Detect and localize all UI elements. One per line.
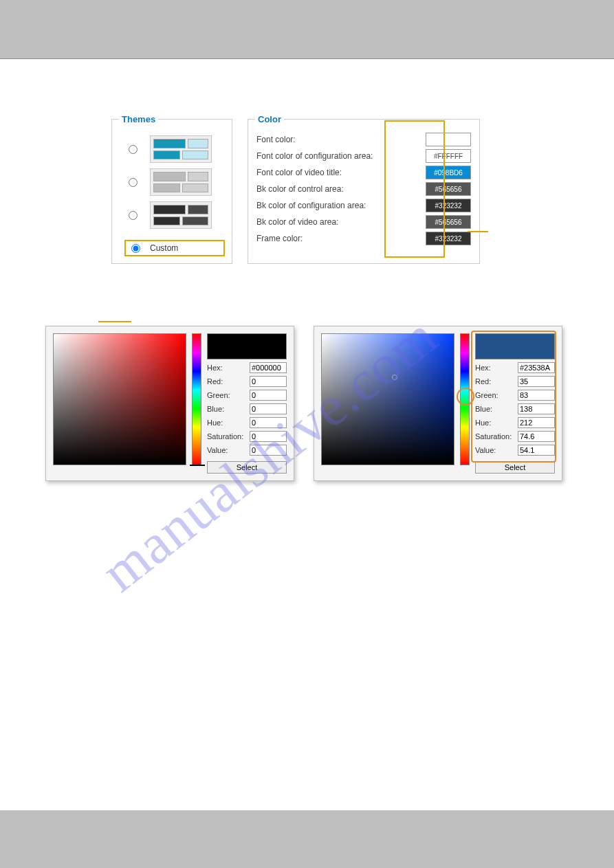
thumb-block — [153, 216, 180, 226]
value-input[interactable] — [518, 445, 555, 456]
green-label: Green: — [475, 391, 498, 399]
hex-label: Hex: — [475, 364, 491, 372]
thumb-block — [153, 151, 180, 160]
theme-thumb-blue — [150, 135, 212, 163]
color-row-font-video-title: Font color of video title: #098BD6 — [255, 166, 472, 179]
hex-label: Hex: — [207, 364, 223, 372]
value-label: Value: — [475, 446, 496, 454]
color-row-bk-video: Bk color of video area: #565656 — [255, 215, 472, 229]
color-swatch[interactable]: #565656 — [426, 182, 471, 196]
color-picker-before: Hex: Red: Green: Blue: Hue: Saturation: … — [45, 326, 294, 481]
color-swatch[interactable]: #323232 — [426, 232, 471, 245]
sv-canvas[interactable] — [53, 333, 186, 465]
thumb-block — [182, 183, 209, 193]
color-legend: Color — [255, 114, 284, 124]
hue-label: Hue: — [475, 419, 491, 427]
thumb-block — [153, 205, 186, 214]
theme-radio-blue[interactable] — [129, 145, 138, 154]
theme-radio-grey[interactable] — [129, 178, 138, 187]
red-input[interactable] — [250, 376, 287, 387]
color-label: Frame color: — [256, 234, 303, 243]
hue-label: Hue: — [207, 419, 223, 427]
picker-values: Hex: Red: Green: Blue: Hue: Saturation: … — [475, 333, 555, 474]
theme-radio-custom[interactable] — [131, 244, 140, 253]
thumb-block — [182, 151, 209, 160]
red-input[interactable] — [518, 376, 555, 387]
theme-option-blue[interactable] — [129, 135, 225, 163]
blue-label: Blue: — [207, 405, 224, 413]
color-label: Font color of configuration area: — [256, 151, 373, 161]
color-label: Bk color of video area: — [256, 217, 338, 227]
color-swatch[interactable]: #565656 — [426, 215, 471, 229]
panels-row: Themes — [111, 114, 480, 264]
color-label: Font color: — [256, 135, 296, 144]
thumb-block — [188, 205, 208, 214]
saturation-input[interactable] — [250, 431, 287, 442]
preview-swatch — [475, 333, 555, 359]
saturation-label: Saturation: — [207, 432, 243, 441]
hue-cursor-ring-icon — [457, 388, 474, 405]
callout-line-right — [468, 231, 488, 232]
thumb-block — [153, 172, 186, 181]
color-row-bk-config: Bk color of configuration area: #323232 — [255, 199, 472, 212]
value-label: Value: — [207, 446, 228, 454]
select-button[interactable]: Select — [475, 461, 555, 474]
page-footer-bar — [0, 810, 614, 868]
hue-cursor-icon — [190, 465, 205, 466]
page-header-bar — [0, 0, 614, 53]
themes-panel: Themes — [111, 114, 232, 264]
hex-input[interactable] — [250, 362, 287, 373]
color-swatch[interactable] — [426, 133, 471, 146]
sv-cursor-icon — [392, 375, 397, 380]
saturation-label: Saturation: — [475, 432, 512, 441]
blue-input[interactable] — [518, 403, 555, 414]
color-label: Bk color of control area: — [256, 184, 344, 194]
color-picker-after: Hex: Red: Green: Blue: Hue: Saturation: … — [314, 326, 562, 481]
hex-input[interactable] — [518, 362, 555, 373]
theme-option-dark[interactable] — [129, 201, 225, 229]
theme-radio-dark[interactable] — [129, 211, 138, 220]
select-button[interactable]: Select — [207, 461, 287, 474]
red-label: Red: — [207, 377, 223, 386]
picker-values: Hex: Red: Green: Blue: Hue: Saturation: … — [207, 333, 287, 474]
custom-label: Custom — [150, 243, 178, 253]
thumb-block — [153, 139, 186, 148]
callout-line-left — [98, 321, 131, 322]
red-label: Red: — [475, 377, 491, 386]
color-swatch[interactable]: #FFFFFF — [426, 149, 471, 163]
theme-thumb-grey — [150, 168, 212, 196]
hue-slider[interactable] — [460, 333, 470, 465]
color-swatch[interactable]: #098BD6 — [426, 166, 471, 179]
green-input[interactable] — [518, 390, 555, 401]
color-row-bk-control: Bk color of control area: #565656 — [255, 182, 472, 196]
blue-input[interactable] — [250, 403, 287, 414]
color-label: Font color of video title: — [256, 168, 342, 177]
color-label: Bk color of configuration area: — [256, 201, 366, 210]
theme-option-custom[interactable]: Custom — [124, 240, 225, 256]
color-panel: Color Font color: Font color of configur… — [248, 114, 480, 264]
thumb-block — [153, 183, 180, 193]
hue-input[interactable] — [518, 417, 555, 428]
green-input[interactable] — [250, 390, 287, 401]
color-row-frame: Frame color: #323232 — [255, 232, 472, 245]
value-input[interactable] — [250, 445, 287, 456]
hue-input[interactable] — [250, 417, 287, 428]
themes-legend: Themes — [119, 114, 158, 124]
theme-thumb-dark — [150, 201, 212, 229]
theme-option-grey[interactable] — [129, 168, 225, 196]
sv-canvas[interactable] — [321, 333, 454, 465]
color-row-font-config: Font color of configuration area: #FFFFF… — [255, 149, 472, 163]
saturation-input[interactable] — [518, 431, 555, 442]
page-body: Themes — [0, 59, 614, 810]
green-label: Green: — [207, 391, 230, 399]
thumb-block — [188, 139, 208, 148]
color-pickers-row: Hex: Red: Green: Blue: Hue: Saturation: … — [45, 326, 562, 481]
color-row-font: Font color: — [255, 133, 472, 146]
preview-swatch — [207, 333, 287, 359]
sv-cursor-icon — [54, 459, 59, 465]
color-swatch[interactable]: #323232 — [426, 199, 471, 212]
thumb-block — [182, 216, 209, 226]
blue-label: Blue: — [475, 405, 492, 413]
thumb-block — [188, 172, 208, 181]
hue-slider[interactable] — [192, 333, 201, 465]
